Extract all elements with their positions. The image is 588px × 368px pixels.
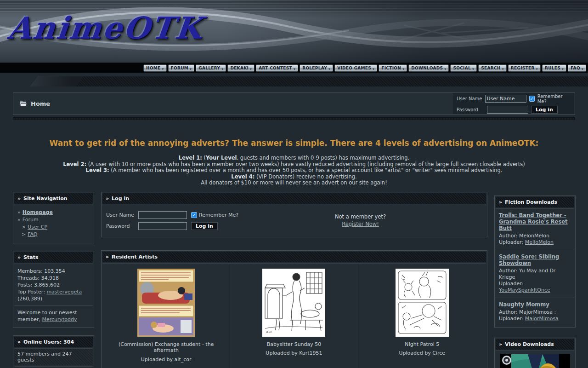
artist-item: K.B. Babysitter Sunday 50 Uploaded by Ku… xyxy=(230,264,358,366)
welcome-newest-member: Welcome to our newest member, Mercurytod… xyxy=(17,309,90,323)
nav-gallery[interactable]: GALLERY▼ xyxy=(196,64,226,72)
header-username-input[interactable] xyxy=(485,95,526,103)
header-login-button[interactable]: Log in xyxy=(531,106,558,114)
fiction-uploader: Uploader: YouMaySpankItOnce xyxy=(499,281,571,293)
sub-chevron-icon: > xyxy=(22,224,26,230)
nav-label: ROLEPLAY xyxy=(302,66,327,70)
nav-social[interactable]: SOCIAL▼ xyxy=(450,64,477,72)
advert-line: Level 2: (A user with 10 or more posts w… xyxy=(0,161,588,168)
fiction-uploader-link[interactable]: YouMaySpankItOnce xyxy=(499,287,550,293)
fiction-uploader-link[interactable]: MajorMimosa xyxy=(525,316,559,322)
divider xyxy=(14,305,93,306)
nav-label: FICTION xyxy=(381,66,401,70)
dropdown-arrow-icon: ▼ xyxy=(562,68,564,70)
advert-line-bold: Level 4: xyxy=(231,173,254,180)
remember-me-label: Remember Me? xyxy=(537,94,571,104)
nav-register[interactable]: REGISTER▼ xyxy=(508,64,541,72)
not-member-text: Not a member yet? xyxy=(238,213,482,220)
stats-panel: »Stats Members: 103,354 Threads: 34,918 … xyxy=(13,251,94,328)
nav-label: GALLERY xyxy=(198,66,220,70)
newest-member-link[interactable]: Mercurytoddy xyxy=(42,316,77,322)
chevron-icon: » xyxy=(499,341,502,347)
fiction-title-link[interactable]: Trolls: Band Together - Grandma Rosie's … xyxy=(499,212,571,231)
artist-item: (Commission) Exchange student - the afte… xyxy=(102,264,230,366)
online-users-header: »Online Users: 304 xyxy=(14,337,93,347)
sidebar-item-homepage: »Homepage xyxy=(17,209,90,216)
top-poster-link[interactable]: mastervegeta xyxy=(46,289,82,295)
artist-item: Detention A Remarkable Afternoon xyxy=(230,366,358,368)
remember-me-checkbox[interactable]: ✓ xyxy=(529,96,535,102)
online-users-subtitle: 57 members and 247 guests xyxy=(14,348,93,365)
faq-link[interactable]: FAQ xyxy=(28,231,37,237)
advert-line: Level 4: (VIP Donators) receive no adver… xyxy=(0,174,588,180)
login-password-input[interactable] xyxy=(138,222,187,230)
usercp-link[interactable]: User CP xyxy=(28,224,47,230)
nav-label: FAQ xyxy=(571,66,580,70)
advert-line: All donators of $10 or more will never s… xyxy=(0,180,588,186)
fiction-downloads-header: »Fiction Downloads xyxy=(496,197,574,207)
fiction-item: Naughty Mommy Author: MajorMimosa ; Uplo… xyxy=(496,298,574,326)
svg-text:K.B.: K.B. xyxy=(266,330,272,334)
stat-top-poster: Top Poster: mastervegeta xyxy=(17,288,90,295)
password-label: Password xyxy=(106,223,134,230)
nav-dekaki[interactable]: DEKAKI▼ xyxy=(227,64,254,72)
chevron-icon: » xyxy=(17,217,21,223)
fiction-downloads-panel: »Fiction Downloads Trolls: Band Together… xyxy=(494,196,576,328)
fiction-title-link[interactable]: Saddle Sore: Sibling Showdown xyxy=(499,253,571,266)
forum-link[interactable]: Forum xyxy=(23,217,39,223)
nav-video-games[interactable]: VIDEO GAMES▼ xyxy=(334,64,377,72)
fiction-title-link[interactable]: Naughty Mommy xyxy=(499,301,549,308)
dropdown-arrow-icon: ▼ xyxy=(582,68,583,70)
artist-item: Detention A Remarkable Afternoon xyxy=(358,366,486,368)
fiction-uploader-link[interactable]: MelloMelon xyxy=(525,239,554,245)
advert-line-bold: Level 2: xyxy=(63,161,86,167)
nav-label: SEARCH xyxy=(481,66,500,70)
nav-fiction[interactable]: FICTION▼ xyxy=(379,64,407,72)
artist-thumbnail[interactable]: K.B. xyxy=(262,269,325,337)
homepage-link[interactable]: Homepage xyxy=(23,209,53,215)
nav-label: RULES xyxy=(545,66,560,70)
online-users-panel: »Online Users: 304 57 members and 247 gu… xyxy=(13,335,94,368)
online-users-list: 103106279, 44ead024ba61456c6c979ffe6, a0… xyxy=(14,366,93,368)
nav-label: DOWNLOADS xyxy=(411,66,443,70)
site-logo: AnimeOTK xyxy=(6,10,205,46)
password-label: Password xyxy=(457,107,484,112)
nav-label: ART CONTEST xyxy=(259,66,292,70)
artist-uploader: Uploaded by Circe xyxy=(361,350,483,356)
page-title: Home xyxy=(31,100,50,107)
artist-item: NIght Patrol 5 Uploaded by Circe xyxy=(358,264,486,366)
register-now-link[interactable]: Register Now! xyxy=(342,221,379,227)
site-navigation-header: »Site Navigation xyxy=(14,193,93,204)
artist-thumbnail[interactable] xyxy=(137,269,195,337)
dropdown-arrow-icon: ▼ xyxy=(536,68,538,70)
stat-members: Members: 103,354 xyxy=(17,268,90,275)
breadcrumb-panel: Home User Name ✓ Remember Me? Password L… xyxy=(13,92,575,115)
nav-downloads[interactable]: DOWNLOADS▼ xyxy=(408,64,449,72)
nav-label: VIDEO GAMES xyxy=(337,66,371,70)
chevron-icon: » xyxy=(499,199,502,205)
chevron-icon: » xyxy=(17,254,21,260)
nav-rules[interactable]: RULES▼ xyxy=(542,64,566,72)
login-button[interactable]: Log in xyxy=(191,222,218,230)
divider-strip xyxy=(13,117,575,120)
advert-line: Level 1: (Your Level, guests and members… xyxy=(0,155,588,161)
nav-forum[interactable]: FORUM▼ xyxy=(168,64,195,72)
video-thumbnail[interactable] xyxy=(500,354,570,368)
nav-art-contest[interactable]: ART CONTEST▼ xyxy=(256,64,298,72)
header-password-input[interactable] xyxy=(487,106,528,114)
nav-faq[interactable]: FAQ▼ xyxy=(568,64,586,72)
remember-me-checkbox[interactable]: ✓ xyxy=(191,212,197,218)
sub-chevron-icon: > xyxy=(22,231,26,237)
fiction-author: Author: MelonMelon xyxy=(499,233,571,239)
stats-header: »Stats xyxy=(14,252,93,263)
nav-roleplay[interactable]: ROLEPLAY▼ xyxy=(300,64,333,72)
dropdown-arrow-icon: ▼ xyxy=(373,68,374,70)
folder-icon xyxy=(19,100,27,107)
login-username-input[interactable] xyxy=(138,211,187,219)
artist-thumbnail[interactable] xyxy=(396,269,449,337)
chevron-icon: » xyxy=(17,209,21,215)
nav-home[interactable]: HOME▼ xyxy=(143,64,167,72)
remember-me-label: Remember Me? xyxy=(199,212,238,218)
nav-search[interactable]: SEARCH▼ xyxy=(478,64,507,72)
login-panel: »Log in User Name ✓Remember Me? Password… xyxy=(101,192,487,237)
